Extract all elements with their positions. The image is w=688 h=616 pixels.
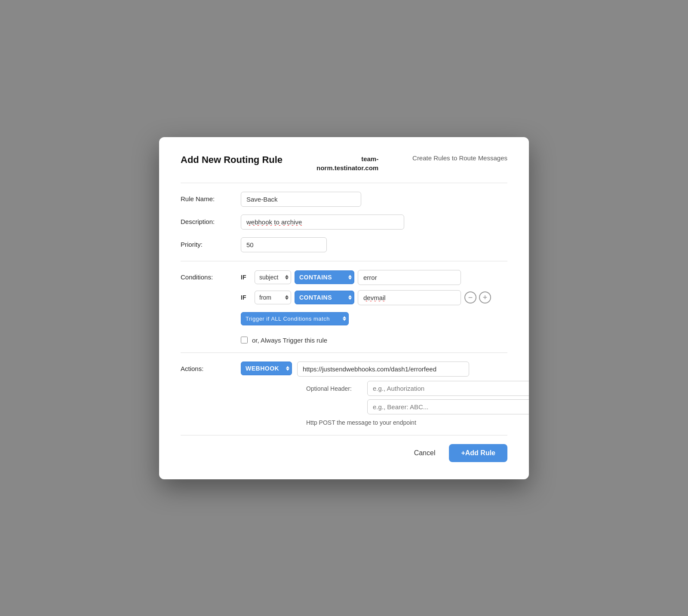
action-type-wrapper: WEBHOOK FORWARD ARCHIVE (241, 362, 292, 375)
trigger-select-wrapper: Trigger if ALL Conditions match Trigger … (241, 312, 349, 325)
always-trigger-row: or, Always Trigger this rule (241, 337, 507, 344)
field-select-wrapper-1: subject from to body (255, 270, 291, 284)
operator-select-1[interactable]: CONTAINS EQUALS STARTS WITH ENDS WITH (295, 270, 354, 284)
condition-row-1: IF subject from to body (241, 270, 507, 285)
conditions-container: IF subject from to body (241, 270, 507, 344)
modal-title: Add New Routing Rule (181, 154, 283, 165)
actions-full-row: WEBHOOK FORWARD ARCHIVE Optional Header: (241, 362, 529, 426)
always-trigger-checkbox[interactable] (241, 337, 248, 343)
priority-row: Priority: (181, 237, 507, 252)
rule-name-input[interactable] (241, 192, 361, 207)
operator-select-wrapper-2: CONTAINS EQUALS STARTS WITH ENDS WITH (295, 291, 354, 304)
rule-name-row: Rule Name: (181, 192, 507, 207)
add-rule-button[interactable]: +Add Rule (449, 444, 507, 462)
if-label-2: IF (241, 294, 251, 301)
condition-value-input-2[interactable] (358, 290, 461, 305)
conditions-content: IF subject from to body (241, 270, 507, 344)
rule-name-content (241, 192, 507, 207)
always-trigger-label[interactable]: or, Always Trigger this rule (252, 337, 327, 344)
optional-header-label: Optional Header: (306, 381, 362, 392)
modal-dialog: Add New Routing Rule team-norm.testinato… (159, 137, 529, 479)
description-label: Description: (181, 215, 241, 225)
modal-header: Add New Routing Rule team-norm.testinato… (181, 154, 507, 172)
field-select-wrapper-2: subject from to body (255, 291, 291, 304)
trigger-row: Trigger if ALL Conditions match Trigger … (241, 312, 507, 325)
divider-actions (181, 352, 507, 353)
operator-select-wrapper-1: CONTAINS EQUALS STARTS WITH ENDS WITH (295, 270, 354, 284)
cancel-button[interactable]: Cancel (407, 445, 442, 461)
if-label-1: IF (241, 274, 251, 281)
condition-buttons: − + (464, 291, 491, 303)
divider-top (181, 183, 507, 183)
modal-footer: Cancel +Add Rule (181, 444, 507, 462)
domain-label-text: team-norm.testinator.com (316, 155, 378, 172)
priority-content (241, 237, 507, 252)
divider-footer (181, 435, 507, 435)
priority-input[interactable] (241, 237, 327, 252)
trigger-select[interactable]: Trigger if ALL Conditions match Trigger … (241, 312, 349, 325)
optional-header-inputs (367, 381, 529, 414)
conditions-row: Conditions: IF subject from to body (181, 270, 507, 344)
divider-conditions (181, 261, 507, 261)
rule-name-label: Rule Name: (181, 192, 241, 202)
description-row: Description: (181, 215, 507, 230)
http-post-note: Http POST the message to your endpoint (306, 419, 416, 426)
webhook-url-input[interactable] (297, 362, 469, 377)
optional-header-row: Optional Header: (306, 381, 529, 414)
http-post-note-container: Http POST the message to your endpoint (306, 419, 529, 426)
optional-header-input-1[interactable] (367, 381, 529, 396)
description-input[interactable] (241, 215, 404, 230)
field-select-2[interactable]: subject from to body (255, 291, 291, 304)
operator-select-2[interactable]: CONTAINS EQUALS STARTS WITH ENDS WITH (295, 291, 354, 304)
optional-header-input-2[interactable] (367, 399, 529, 414)
actions-inner: WEBHOOK FORWARD ARCHIVE (241, 362, 529, 377)
field-select-1[interactable]: subject from to body (255, 270, 291, 284)
remove-condition-button[interactable]: − (464, 291, 476, 303)
condition-row-2: IF subject from to body (241, 290, 507, 305)
modal-subtitle: Create Rules to Route Messages (412, 154, 507, 162)
add-condition-button[interactable]: + (479, 291, 491, 303)
priority-label: Priority: (181, 237, 241, 248)
actions-label: Actions: (181, 362, 241, 372)
description-content (241, 215, 507, 230)
domain-label: team-norm.testinator.com (316, 154, 378, 172)
action-type-select[interactable]: WEBHOOK FORWARD ARCHIVE (241, 362, 292, 375)
actions-row: Actions: WEBHOOK FORWARD ARCHIVE (181, 362, 507, 426)
actions-content: WEBHOOK FORWARD ARCHIVE Optional Header: (241, 362, 529, 426)
condition-value-input-1[interactable] (358, 270, 461, 285)
conditions-label: Conditions: (181, 270, 241, 281)
